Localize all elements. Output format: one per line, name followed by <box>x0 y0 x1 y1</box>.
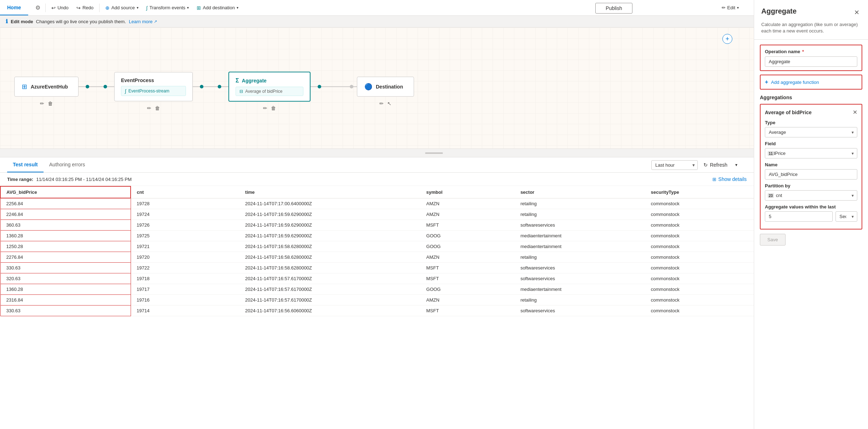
azure-event-hub-edit-icon[interactable]: ✏ <box>40 100 44 106</box>
aggregate-edit-icon[interactable]: ✏ <box>263 105 267 111</box>
type-select[interactable]: Average Sum Min Max Count <box>765 127 857 137</box>
event-process-edit-icon[interactable]: ✏ <box>147 105 151 111</box>
right-panel: Aggregate ✕ Calculate an aggregation (li… <box>754 0 868 429</box>
aggregate-table-icon: ⊟ <box>239 89 243 94</box>
add-aggregate-function-button[interactable]: + Add aggregate function <box>761 75 862 89</box>
col-header-security-type: securityType <box>645 186 754 198</box>
gear-button[interactable]: ⚙ <box>32 2 43 13</box>
node-azure-event-hub[interactable]: ⊞ AzureEventHub ✏ 🗑 <box>14 76 79 96</box>
table-row: 330.63197222024-11-14T07:16:58.6280000ZM… <box>0 263 754 273</box>
edit-pencil-icon: ✏ <box>722 5 726 10</box>
partition-by-select[interactable]: cnt <box>765 190 857 201</box>
agg-card-close-button[interactable]: ✕ <box>853 109 857 116</box>
field-label: Field <box>765 141 857 146</box>
aggregations-title: Aggregations <box>760 95 862 100</box>
azure-event-hub-label: AzureEventHub <box>31 84 68 89</box>
pipeline: ⊞ AzureEventHub ✏ 🗑 EventProcess <box>14 71 414 101</box>
edit-button[interactable]: ✏ Edit ▾ <box>718 3 742 12</box>
edit-chevron-icon: ▾ <box>737 6 739 10</box>
node-event-process[interactable]: EventProcess ∫ EventProcess-stream ✏ 🗑 <box>114 72 193 101</box>
add-source-icon: ⊕ <box>105 5 110 11</box>
partition-by-label: Partition by <box>765 183 857 188</box>
table-row: 2246.84197242024-11-14T07:16:59.6290000Z… <box>0 209 754 220</box>
tab-authoring-errors[interactable]: Authoring errors <box>44 157 91 172</box>
time-range-value: 11/14/24 03:16:25 PM - 11/14/24 04:16:25… <box>36 177 131 182</box>
destination-edit-icon[interactable]: ✏ <box>379 100 384 106</box>
show-details-grid-icon: ⊞ <box>712 177 716 182</box>
table-row: 2256.84197282024-11-14T07:17:00.6400000Z… <box>0 198 754 209</box>
col-header-sector: sector <box>515 186 645 198</box>
type-label: Type <box>765 120 857 125</box>
table-row: 330.63197142024-11-14T07:16:56.6060000ZM… <box>0 306 754 316</box>
info-icon: ℹ <box>6 18 8 25</box>
undo-button[interactable]: ↩ Undo <box>48 3 72 13</box>
info-bar: ℹ Edit mode Changes will go live once yo… <box>0 16 868 27</box>
agg-value-input[interactable] <box>765 211 833 222</box>
table-row: 2316.84197162024-11-14T07:16:57.6170000Z… <box>0 295 754 306</box>
panel-close-button[interactable]: ✕ <box>853 7 861 18</box>
transform-chevron-icon: ▾ <box>187 6 189 10</box>
add-source-button[interactable]: ⊕ Add source ▾ <box>102 3 142 13</box>
add-destination-button[interactable]: ⊞ Add destination ▾ <box>193 3 242 13</box>
table-row: 360.63197262024-11-14T07:16:59.6290000ZM… <box>0 220 754 231</box>
destination-label: Destination <box>376 84 403 89</box>
refresh-icon: ↻ <box>703 162 708 168</box>
panel-description: Calculate an aggregation (like sum or av… <box>754 20 868 39</box>
redo-icon: ↪ <box>76 5 81 11</box>
time-range-label: Time range: <box>7 177 33 182</box>
azure-event-hub-delete-icon[interactable]: 🗑 <box>48 100 53 106</box>
table-row: 2276.84197202024-11-14T07:16:58.6280000Z… <box>0 252 754 263</box>
add-source-chevron-icon: ▾ <box>137 6 138 10</box>
event-process-stream-icon: ∫ <box>125 88 126 94</box>
canvas-area: + ⊞ AzureEventHub ✏ 🗑 <box>0 27 868 149</box>
operation-name-input[interactable] <box>765 56 857 67</box>
table-row: 1250.28197212024-11-14T07:16:58.6280000Z… <box>0 241 754 252</box>
add-aggregate-plus-icon: + <box>765 79 768 85</box>
tab-test-result[interactable]: Test result <box>7 157 44 172</box>
node-destination[interactable]: 🔵 Destination ✏ ↖ <box>357 76 414 96</box>
external-link-icon: ↗ <box>154 19 157 24</box>
destination-icon: 🔵 <box>364 82 372 90</box>
col-header-cnt: cnt <box>131 186 239 198</box>
redo-button[interactable]: ↪ Redo <box>73 3 97 13</box>
add-destination-icon: ⊞ <box>197 5 201 11</box>
time-filter-select[interactable]: Last hour <box>651 160 698 170</box>
agg-unit-select[interactable]: Second Minute Hour <box>836 211 857 222</box>
refresh-button[interactable]: ↻ Refresh <box>700 160 731 170</box>
name-label: Name <box>765 162 857 167</box>
bottom-panel: Test result Authoring errors Last hour ▾… <box>0 157 868 429</box>
edit-mode-label: Edit mode <box>11 19 33 24</box>
learn-more-link[interactable]: Learn more ↗ <box>129 19 157 24</box>
col-header-time: time <box>239 186 420 198</box>
required-asterisk: * <box>802 49 804 54</box>
table-row: 320.63197182024-11-14T07:16:57.6170000ZM… <box>0 273 754 284</box>
save-button[interactable]: Save <box>760 234 786 246</box>
node-aggregate[interactable]: Σ Aggregate ⊟ Average of bidPrice ✏ 🗑 <box>228 71 311 101</box>
show-details-button[interactable]: ⊞ Show details <box>712 176 747 182</box>
table-row: 1360.28197252024-11-14T07:16:59.6290000Z… <box>0 231 754 241</box>
destination-cursor-icon[interactable]: ↖ <box>387 100 392 106</box>
transform-events-button[interactable]: ∫ Transform events ▾ <box>143 3 193 13</box>
undo-icon: ↩ <box>51 5 56 11</box>
agg-values-label: Aggregate values within the last <box>765 204 857 210</box>
transform-icon: ∫ <box>146 5 148 11</box>
name-input[interactable] <box>765 169 857 180</box>
azure-event-hub-icon: ⊞ <box>22 82 27 90</box>
scroll-indicator <box>0 149 868 157</box>
add-destination-chevron-icon: ▾ <box>237 6 238 10</box>
panel-close-icon: ✕ <box>854 9 859 16</box>
info-message: Changes will go live once you publish th… <box>36 19 126 24</box>
refresh-chevron-button[interactable]: ▾ <box>733 161 740 169</box>
tab-home[interactable]: Home <box>0 0 28 15</box>
add-node-button[interactable]: + <box>722 34 732 44</box>
event-process-delete-icon[interactable]: 🗑 <box>155 105 160 111</box>
table-row: 1360.28197172024-11-14T07:16:57.6170000Z… <box>0 284 754 295</box>
data-table: AVG_bidPrice cnt time symbol sector <box>0 186 754 316</box>
publish-button[interactable]: Publish <box>595 3 632 14</box>
agg-card-title: Average of bidPrice <box>765 110 812 115</box>
aggregate-delete-icon[interactable]: 🗑 <box>271 105 276 111</box>
panel-title: Aggregate <box>761 7 797 15</box>
col-header-symbol: symbol <box>420 186 515 198</box>
field-select[interactable]: bidPrice <box>765 148 857 158</box>
aggregate-sigma-icon: Σ <box>236 77 239 84</box>
